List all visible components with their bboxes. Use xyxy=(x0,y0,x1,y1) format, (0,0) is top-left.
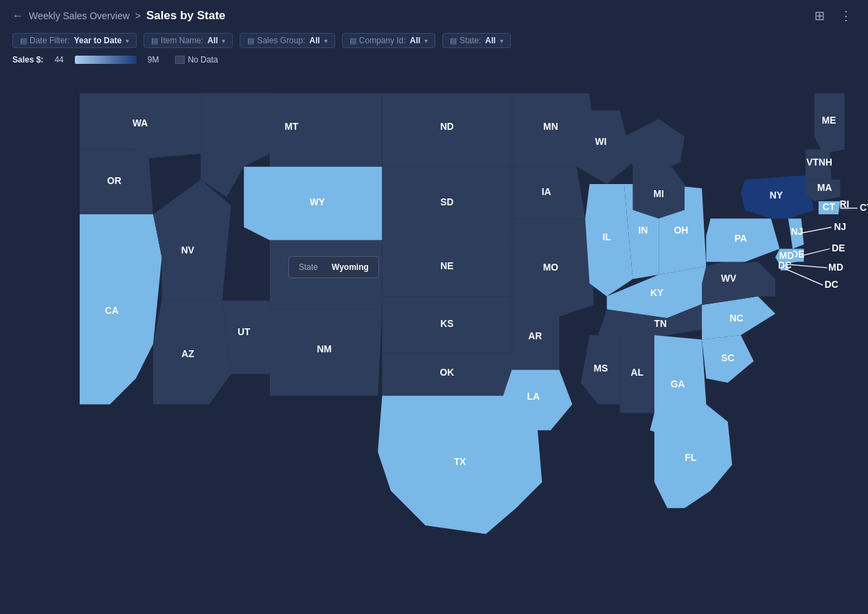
state-IA[interactable] xyxy=(512,167,585,218)
state-AR[interactable] xyxy=(512,305,559,369)
state-MO[interactable] xyxy=(512,218,594,318)
state-filter-value: All xyxy=(486,36,496,45)
chevron-down-icon: ▾ xyxy=(222,37,225,45)
state-CA[interactable] xyxy=(80,214,162,405)
state-filter-label: State: xyxy=(459,36,481,45)
svg-text:NJ: NJ xyxy=(834,221,847,232)
state-KS[interactable] xyxy=(382,296,512,352)
header-right: ⊞ ⋮ xyxy=(811,7,856,25)
state-NJ[interactable] xyxy=(788,218,804,249)
sales-group-chip[interactable]: ▤ Sales Group: All ▾ xyxy=(240,33,334,48)
svg-line-51 xyxy=(801,227,832,234)
company-id-label: Company Id: xyxy=(359,36,406,45)
app-container: ← Weekly Sales Overview > Sales by State… xyxy=(0,0,868,586)
header: ← Weekly Sales Overview > Sales by State… xyxy=(0,0,868,29)
map-container[interactable]: WA OR CA NV ID MT WY xyxy=(0,67,868,586)
state-SC[interactable] xyxy=(702,335,754,383)
state-VT[interactable] xyxy=(806,150,819,180)
svg-text:DE: DE xyxy=(832,242,845,253)
state-WY[interactable] xyxy=(244,167,382,240)
sales-group-label: Sales Group: xyxy=(257,36,305,45)
svg-line-57 xyxy=(785,269,823,285)
legend-nodata-box xyxy=(175,56,185,64)
breadcrumb-parent[interactable]: Weekly Sales Overview xyxy=(29,10,130,21)
breadcrumb-separator: > xyxy=(135,10,141,21)
state-ME[interactable] xyxy=(814,93,845,154)
svg-line-53 xyxy=(801,249,830,255)
state-CO[interactable] xyxy=(270,240,382,310)
filter-icon: ▤ xyxy=(151,36,158,45)
state-MI[interactable] xyxy=(632,167,685,218)
grid-view-button[interactable]: ⊞ xyxy=(811,7,828,25)
item-name-value: All xyxy=(207,36,218,45)
filter-icon: ▤ xyxy=(450,36,457,45)
header-left: ← Weekly Sales Overview > Sales by State xyxy=(12,9,225,23)
legend-gradient xyxy=(75,56,137,64)
state-OR[interactable] xyxy=(80,150,153,214)
state-NE[interactable] xyxy=(382,240,512,297)
state-PA[interactable] xyxy=(706,218,779,262)
filter-icon: ▤ xyxy=(20,36,27,45)
state-SD[interactable] xyxy=(382,167,512,240)
state-OK[interactable] xyxy=(382,352,516,396)
svg-text:MD: MD xyxy=(828,262,843,273)
state-AZ[interactable] xyxy=(153,301,231,405)
legend-max-value: 9M xyxy=(148,55,159,65)
filter-icon: ▤ xyxy=(350,36,356,45)
date-filter-chip[interactable]: ▤ Date Filter: Year to Date ▾ xyxy=(12,33,137,48)
svg-line-55 xyxy=(786,264,827,268)
date-filter-value: Year to Date xyxy=(74,36,122,45)
back-button[interactable]: ← xyxy=(12,10,23,22)
chevron-down-icon: ▾ xyxy=(500,37,503,45)
svg-text:DC: DC xyxy=(825,279,838,290)
state-MS[interactable] xyxy=(581,335,620,405)
svg-text:CT: CT xyxy=(860,202,868,213)
chevron-down-icon: ▾ xyxy=(324,37,328,45)
item-name-chip[interactable]: ▤ Item Name: All ▾ xyxy=(144,33,233,48)
state-FL[interactable] xyxy=(654,405,732,508)
item-name-label: Item Name: xyxy=(161,36,203,45)
filter-icon: ▤ xyxy=(247,36,254,45)
more-options-button[interactable]: ⋮ xyxy=(836,7,856,25)
state-NV[interactable] xyxy=(153,180,231,301)
state-WI[interactable] xyxy=(572,111,632,184)
filters-bar: ▤ Date Filter: Year to Date ▾ ▤ Item Nam… xyxy=(0,29,868,52)
legend-title: Sales $: xyxy=(12,55,43,65)
chevron-down-icon: ▾ xyxy=(126,37,129,45)
state-filter-chip[interactable]: ▤ State: All ▾ xyxy=(442,33,511,48)
state-NM[interactable] xyxy=(270,309,382,396)
legend-bar: Sales $: 44 9M No Data xyxy=(0,52,868,67)
state-MI-upper[interactable] xyxy=(624,120,685,172)
state-IL[interactable] xyxy=(585,184,632,297)
state-ND[interactable] xyxy=(382,93,512,167)
sales-group-value: All xyxy=(309,36,319,45)
state-NY[interactable] xyxy=(741,175,814,218)
state-CT[interactable] xyxy=(819,201,840,214)
state-AL[interactable] xyxy=(620,335,654,413)
legend-min-value: 44 xyxy=(54,55,63,65)
state-NH[interactable] xyxy=(819,150,832,180)
date-filter-label: Date Filter: xyxy=(30,36,70,45)
legend-nodata-label: No Data xyxy=(187,55,218,65)
company-id-value: All xyxy=(410,36,420,45)
company-id-chip[interactable]: ▤ Company Id: All ▾ xyxy=(342,33,435,48)
legend-nodata: No Data xyxy=(175,55,218,65)
chevron-down-icon: ▾ xyxy=(424,37,428,45)
breadcrumb-current: Sales by State xyxy=(146,9,225,23)
state-WA[interactable] xyxy=(80,93,201,158)
